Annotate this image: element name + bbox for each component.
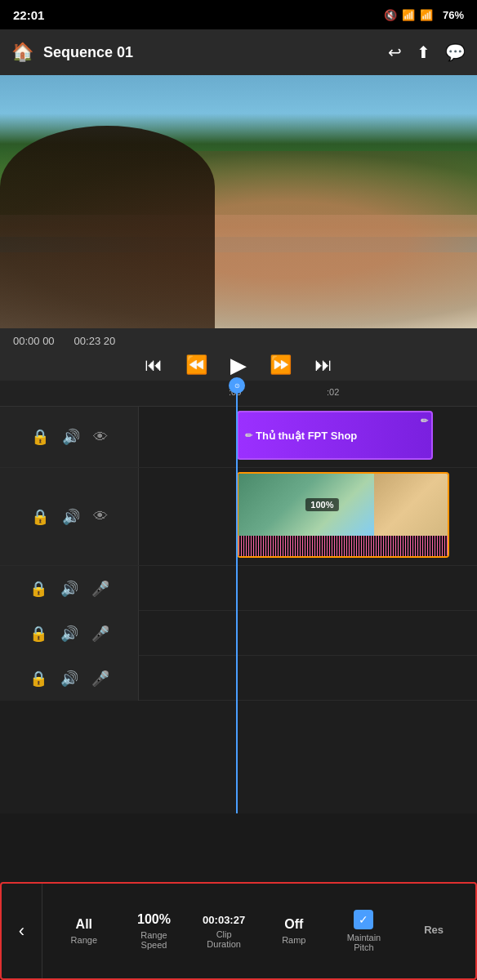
track-row-audio-1: 🔒 🔊 🎤 <box>0 566 477 611</box>
video-thumb-2 <box>374 474 448 536</box>
track-row-audio-2: 🔒 🔊 🎤 <box>0 611 477 656</box>
ruler-tick-0: :00 <box>229 387 241 397</box>
speed-value: 100% <box>137 912 171 927</box>
mute-icon: 🔇 <box>384 9 397 21</box>
mic-icon-a1[interactable]: 🎤 <box>91 580 109 598</box>
toolbar-reset-item[interactable]: Res <box>405 924 462 939</box>
top-nav: 🏠 Sequence 01 ↩ ⬆ 💬 <box>0 29 477 75</box>
share-icon[interactable]: ⬆ <box>417 42 430 62</box>
playback-section: 00:00 00 00:23 20 ⏮ ⏪ ▶ ⏩ ⏭ <box>0 328 477 381</box>
lock-icon-a2[interactable]: 🔒 <box>29 625 47 643</box>
eye-icon-2[interactable]: 👁 <box>93 508 108 525</box>
track-controls-audio-2: 🔒 🔊 🎤 <box>0 611 139 656</box>
current-time: 00:00 00 <box>13 335 55 347</box>
speed-badge: 100% <box>305 498 338 511</box>
time-display: 00:00 00 00:23 20 <box>13 335 464 347</box>
audio-icon-1[interactable]: 🔊 <box>62 428 80 446</box>
track-row-video: 🔒 🔊 👁 100% <box>0 468 477 566</box>
track-controls-audio-1: 🔒 🔊 🎤 <box>0 566 139 611</box>
status-time: 22:01 <box>13 8 44 22</box>
mic-icon-a2[interactable]: 🎤 <box>91 625 109 643</box>
mic-icon-a3[interactable]: 🎤 <box>91 670 109 688</box>
frame-back-button[interactable]: ⏪ <box>185 354 207 376</box>
home-icon[interactable]: 🏠 <box>11 42 33 63</box>
pitch-label: Maintain Pitch <box>347 933 381 952</box>
beach-scene <box>0 75 477 328</box>
title-clip[interactable]: ✏ Thủ thuật FPT Shop ✏ <box>237 411 433 460</box>
timeline-area: :00 :02 ⊙ 🔒 🔊 👁 ✏ Thủ thuật FPT Shop ✏ 🔒… <box>0 381 477 813</box>
skip-start-button[interactable]: ⏮ <box>145 354 163 376</box>
nav-icons: ↩ ⬆ 💬 <box>388 42 466 62</box>
eye-icon-1[interactable]: 👁 <box>93 429 108 446</box>
track-content-1: ✏ Thủ thuật FPT Shop ✏ <box>139 407 477 467</box>
volume-icon-a3[interactable]: 🔊 <box>60 670 78 688</box>
video-thumb: 100% <box>238 474 448 536</box>
track-content-audio-2 <box>139 611 477 655</box>
track-controls-1: 🔒 🔊 👁 <box>0 407 139 467</box>
ramp-label: Ramp <box>282 935 305 945</box>
track-content-audio-1 <box>139 566 477 610</box>
wifi-icon: 📶 <box>402 9 415 21</box>
playback-controls: ⏮ ⏪ ▶ ⏩ ⏭ <box>13 350 464 380</box>
comment-icon[interactable]: 💬 <box>445 42 466 62</box>
maintain-pitch-checkbox[interactable]: ✓ <box>354 910 373 929</box>
toolbar-duration-item[interactable]: 00:03:27 Clip Duration <box>195 914 252 949</box>
lock-icon-1[interactable]: 🔒 <box>31 428 49 446</box>
toolbar-items: All Range 100% Range Speed 00:03:27 Clip… <box>42 884 475 978</box>
waveform <box>238 536 448 556</box>
toolbar-back-button[interactable]: ‹ <box>2 884 42 978</box>
volume-icon-a1[interactable]: 🔊 <box>60 580 78 598</box>
audio-icon-2[interactable]: 🔊 <box>62 508 80 526</box>
frame-forward-button[interactable]: ⏩ <box>270 354 292 376</box>
person-left <box>0 126 215 328</box>
reset-value: Res <box>424 924 444 936</box>
lock-icon-2[interactable]: 🔒 <box>31 508 49 526</box>
play-button[interactable]: ▶ <box>230 353 247 378</box>
battery-percent: 76% <box>443 9 464 21</box>
clip-edit-icon-1: ✏ <box>245 430 252 441</box>
lock-icon-a1[interactable]: 🔒 <box>29 580 47 598</box>
sequence-title: Sequence 01 <box>43 44 378 61</box>
range-value: All <box>76 917 92 932</box>
signal-icon: 📶 <box>420 9 433 21</box>
undo-icon[interactable]: ↩ <box>388 42 402 62</box>
toolbar-ramp-item[interactable]: Off Ramp <box>265 917 323 945</box>
track-content-audio-3 <box>139 656 477 700</box>
lock-icon-a3[interactable]: 🔒 <box>29 670 47 688</box>
track-controls-2: 🔒 🔊 👁 <box>0 468 139 565</box>
toolbar-speed-item[interactable]: 100% Range Speed <box>125 912 182 950</box>
skip-end-button[interactable]: ⏭ <box>314 354 332 376</box>
ramp-value: Off <box>284 917 303 932</box>
toolbar-pitch-item[interactable]: ✓ Maintain Pitch <box>335 910 392 952</box>
video-audio-wave <box>238 536 448 556</box>
status-bar: 22:01 🔇 📶 📶 76% <box>0 0 477 29</box>
speed-label: Range Speed <box>140 930 167 950</box>
track-row-title: 🔒 🔊 👁 ✏ Thủ thuật FPT Shop ✏ <box>0 407 477 468</box>
bottom-toolbar: ‹ All Range 100% Range Speed 00:03:27 Cl… <box>0 882 477 980</box>
video-clip[interactable]: 100% <box>237 472 449 558</box>
clip-title-text: Thủ thuật FPT Shop <box>256 430 357 442</box>
range-label: Range <box>71 935 97 945</box>
duration-value: 00:03:27 <box>203 914 245 926</box>
status-icons: 🔇 📶 📶 76% <box>384 9 464 21</box>
track-row-audio-3: 🔒 🔊 🎤 <box>0 656 477 701</box>
video-preview <box>0 75 477 328</box>
track-controls-audio-3: 🔒 🔊 🎤 <box>0 656 139 701</box>
timeline-ruler: :00 :02 <box>0 381 477 407</box>
toolbar-range-item[interactable]: All Range <box>56 917 113 945</box>
ruler: :00 :02 <box>139 381 477 407</box>
back-chevron-icon: ‹ <box>19 920 25 942</box>
volume-icon-a2[interactable]: 🔊 <box>60 625 78 643</box>
total-time: 00:23 20 <box>74 335 116 347</box>
track-content-2: 100% <box>139 468 477 565</box>
ruler-tick-2: :02 <box>327 387 339 397</box>
clip-edit-icon-2: ✏ <box>421 416 428 426</box>
duration-label: Clip Duration <box>207 929 241 949</box>
